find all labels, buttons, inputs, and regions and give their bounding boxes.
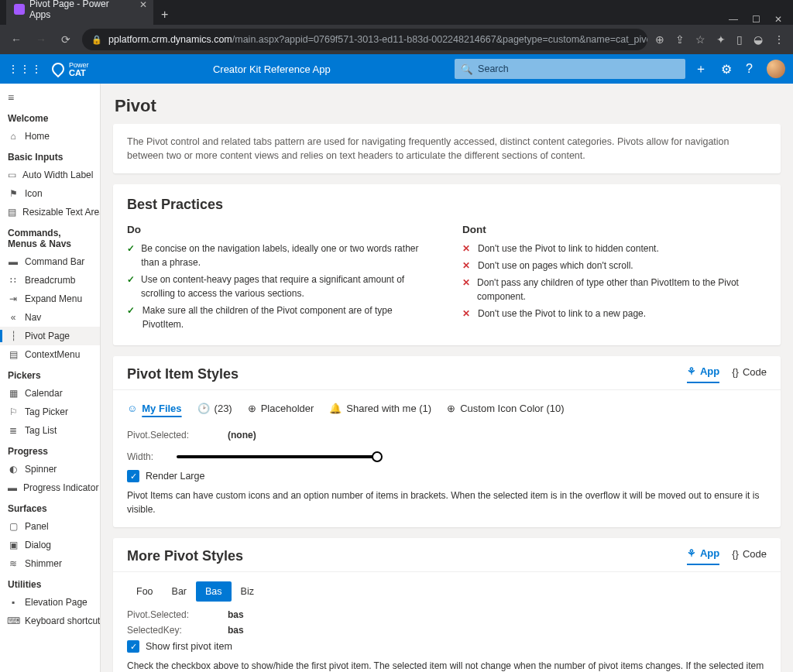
sidebar-item-home[interactable]: ⌂Home <box>0 127 100 146</box>
new-tab-button[interactable]: + <box>156 5 173 25</box>
brand-logo[interactable]: PowerCAT <box>52 61 89 77</box>
list-icon: ≣ <box>8 425 19 436</box>
content-area: Pivot The Pivot control and related tabs… <box>101 84 793 672</box>
user-avatar[interactable] <box>767 60 785 78</box>
app-icon: ⚘ <box>687 547 696 559</box>
pivot-item-styles-card: Pivot Item Styles ⚘App {}Code ☺My Files … <box>113 356 781 527</box>
dialog-icon: ▣ <box>8 540 19 550</box>
more-pivot-styles-card: More Pivot Styles ⚘App {}Code Foo Bar Ba… <box>113 538 781 672</box>
favicon <box>14 4 25 15</box>
bookmark-icon[interactable]: ☆ <box>695 33 705 46</box>
profile-icon[interactable]: ◒ <box>754 33 763 46</box>
sidebar-item-context-menu[interactable]: ▤ContextMenu <box>0 345 100 364</box>
pivot-placeholder[interactable]: ⊕Placeholder <box>248 399 314 417</box>
selected-label-2: Pivot.Selected: <box>127 609 197 620</box>
sidebar-item-shimmer[interactable]: ≋Shimmer <box>0 554 100 573</box>
window-minimize-icon[interactable]: ― <box>729 14 738 25</box>
sidebar-item-calendar[interactable]: ▦Calendar <box>0 384 100 403</box>
sidebar-item-auto-width[interactable]: ▭Auto Width Label <box>0 166 100 184</box>
browser-address-bar[interactable]: 🔒 pplatform.crm.dynamics.com/main.aspx?a… <box>82 29 647 50</box>
browser-reload-button[interactable]: ⟳ <box>57 31 74 48</box>
zoom-icon[interactable]: ⊕ <box>655 33 664 46</box>
sidebar-item-pivot-page[interactable]: ┆Pivot Page <box>0 327 100 345</box>
keyboard-icon: ⌨ <box>8 615 19 626</box>
share-icon[interactable]: ⇪ <box>675 33 685 46</box>
pivot-recent[interactable]: 🕑(23) <box>197 399 232 417</box>
pivot-item-styles-heading: Pivot Item Styles <box>127 366 687 382</box>
sidebar-item-nav[interactable]: «Nav <box>0 308 100 327</box>
code-icon: {} <box>732 548 739 560</box>
elevation-icon: ▪ <box>8 597 19 608</box>
width-label: Width: <box>127 451 153 462</box>
mode-code-tab-2[interactable]: {}Code <box>732 547 767 565</box>
new-icon[interactable]: ＋ <box>695 61 707 77</box>
pivot-tabs: ☺My Files 🕑(23) ⊕Placeholder 🔔Shared wit… <box>127 399 767 422</box>
sidebar: ≡ Welcome ⌂Home Basic Inputs ▭Auto Width… <box>0 84 101 672</box>
mode-app-tab-2[interactable]: ⚘App <box>687 547 719 565</box>
chrome-menu-icon[interactable]: ⋮ <box>774 33 785 46</box>
width-slider[interactable] <box>177 455 378 458</box>
sidebar-item-command-bar[interactable]: ▬Command Bar <box>0 252 100 271</box>
close-tab-icon[interactable]: ✕ <box>139 0 147 10</box>
browser-tab[interactable]: Pivot Page - Power Apps ✕ <box>6 0 153 25</box>
sidebar-item-breadcrumb[interactable]: ∷Breadcrumb <box>0 271 100 290</box>
selected-value-2: bas <box>228 609 244 620</box>
sidebar-item-elevation[interactable]: ▪Elevation Page <box>0 593 100 612</box>
code-icon: {} <box>732 366 739 378</box>
search-placeholder: Search <box>478 63 509 74</box>
sidebar-section-pickers: Pickers <box>0 364 100 384</box>
window-maximize-icon[interactable]: ☐ <box>752 14 760 25</box>
sidebar-item-expand-menu[interactable]: ⇥Expand Menu <box>0 290 100 308</box>
checkbox-checked-icon: ✓ <box>127 470 139 482</box>
bell-icon: 🔔 <box>329 403 342 414</box>
sidebar-section-progress: Progress <box>0 440 100 460</box>
hamburger-icon[interactable]: ≡ <box>0 88 100 107</box>
browser-back-button[interactable]: ← <box>8 31 25 48</box>
checkbox-checked-icon: ✓ <box>127 640 139 653</box>
sidebar-item-tag-picker[interactable]: ⚐Tag Picker <box>0 403 100 421</box>
search-icon: 🔍 <box>461 63 473 75</box>
pill-biz[interactable]: Biz <box>232 581 263 602</box>
window-close-icon[interactable]: ✕ <box>774 14 782 25</box>
mode-code-tab[interactable]: {}Code <box>732 365 767 383</box>
sidebar-item-spinner[interactable]: ◐Spinner <box>0 460 100 478</box>
globe-icon: ⊕ <box>447 403 455 414</box>
breadcrumb-icon: ∷ <box>8 275 19 286</box>
sidebar-item-panel[interactable]: ▢Panel <box>0 517 100 536</box>
paw-icon <box>50 60 67 78</box>
extensions-icon[interactable]: ✦ <box>716 33 726 46</box>
sidebar-section-surfaces: Surfaces <box>0 497 100 517</box>
pivot-my-files[interactable]: ☺My Files <box>127 399 182 417</box>
show-first-checkbox[interactable]: ✓ Show first pivot item <box>127 640 767 653</box>
sidebar-item-tag-list[interactable]: ≣Tag List <box>0 421 100 440</box>
pivot-custom-icon[interactable]: ⊕Custom Icon Color (10) <box>447 399 564 417</box>
sidebar-item-keyboard[interactable]: ⌨Keyboard shortcuts <box>0 612 100 630</box>
search-input[interactable]: 🔍 Search <box>455 59 685 79</box>
settings-icon[interactable]: ⚙ <box>721 62 732 77</box>
app-launcher-icon[interactable]: ⋮⋮⋮ <box>8 63 43 75</box>
pivot-shared[interactable]: 🔔Shared with me (1) <box>329 399 431 417</box>
sidebar-item-progress-indicator[interactable]: ▬Progress Indicator <box>0 478 100 497</box>
calendar-icon: ▦ <box>8 388 19 399</box>
side-panel-icon[interactable]: ▯ <box>736 33 743 46</box>
nav-icon: « <box>8 312 19 323</box>
sidebar-item-icon[interactable]: ⚑Icon <box>0 184 100 203</box>
help-icon[interactable]: ? <box>746 62 753 76</box>
pivot-styles-note: Pivot Items can have custom icons and an… <box>127 489 767 516</box>
pill-foo[interactable]: Foo <box>127 581 163 602</box>
selected-key-value: bas <box>228 625 244 636</box>
best-practices-card: Best Practices Do ✓Be concise on the nav… <box>113 184 781 345</box>
sidebar-section-utilities: Utilities <box>0 573 100 593</box>
pill-bas[interactable]: Bas <box>196 581 232 602</box>
check-icon: ✓ <box>127 303 136 331</box>
render-large-checkbox[interactable]: ✓ Render Large <box>127 470 767 482</box>
slider-thumb[interactable] <box>372 451 383 462</box>
check-icon: ✓ <box>127 273 135 300</box>
mode-app-tab[interactable]: ⚘App <box>687 365 719 383</box>
lock-icon: 🔒 <box>91 35 102 45</box>
sidebar-item-resizable[interactable]: ▤Resizable Text Area <box>0 203 100 221</box>
pill-bar[interactable]: Bar <box>163 581 196 602</box>
browser-forward-button[interactable]: → <box>33 31 50 48</box>
tag-icon: ⚐ <box>8 406 19 417</box>
sidebar-item-dialog[interactable]: ▣Dialog <box>0 536 100 554</box>
